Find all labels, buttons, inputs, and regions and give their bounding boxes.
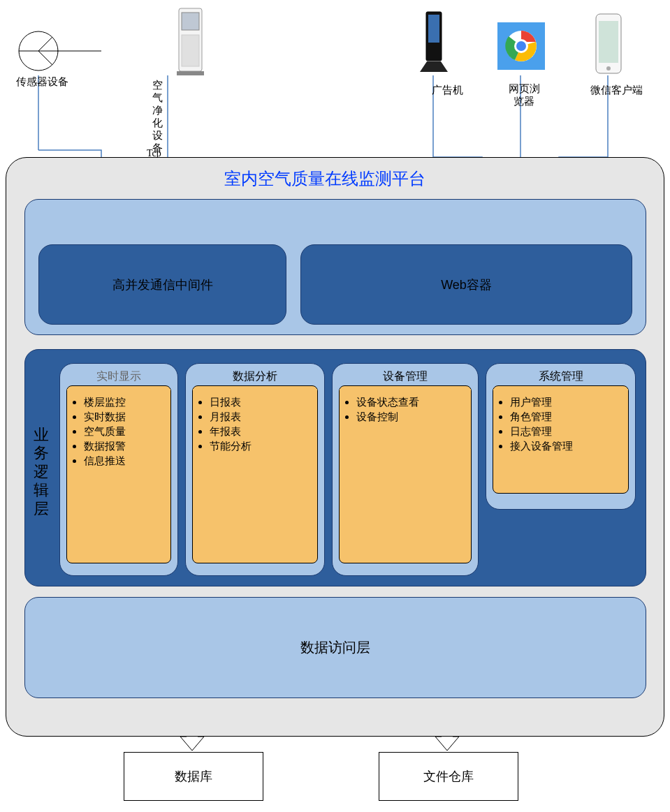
system-card: 用户管理 角色管理 日志管理 接入设备管理 [493,385,629,494]
device-card: 设备状态查看 设备控制 [339,385,472,563]
list-item: 日报表 [210,396,316,409]
data-access-label: 数据访问层 [300,638,370,657]
purifier-icon [175,7,206,77]
svg-point-24 [606,66,611,71]
analysis-title: 数据分析 [185,367,325,384]
list-item: 角色管理 [510,411,627,424]
realtime-list: 楼层监控 实时数据 空气质量 数据报警 信息推送 [84,396,169,468]
ad-machine-icon [414,10,453,77]
list-item: 节能分析 [210,440,316,453]
list-item: 设备状态查看 [356,396,469,409]
browser-label: 网页浏览器 [507,82,541,108]
list-item: 月报表 [210,411,316,424]
sensor-icon [17,30,59,72]
phone-icon [589,13,627,79]
svg-point-21 [516,41,526,51]
device-list: 设备状态查看 设备控制 [356,396,469,424]
web-container-label: Web容器 [441,276,492,293]
svg-rect-15 [177,71,204,75]
filestore-box: 文件仓库 [379,752,518,801]
list-item: 年报表 [210,425,316,438]
purifier-label: 空气净化设备 [150,79,164,154]
comm-middleware-box: 高并发通信中间件 [38,244,286,325]
platform-title: 室内空气质量在线监测平台 [178,168,472,190]
realtime-title: 实时显示 [59,367,178,384]
list-item: 用户管理 [510,396,627,409]
database-label: 数据库 [175,768,212,785]
filestore-label: 文件仓库 [423,768,474,785]
database-box: 数据库 [124,752,263,801]
system-title: 系统管理 [486,367,636,384]
ad-label: 广告机 [419,84,475,97]
browser-icon [497,22,545,70]
svg-line-11 [38,51,52,65]
list-item: 设备控制 [356,411,469,424]
svg-line-10 [38,37,52,51]
comm-middleware-label: 高并发通信中间件 [112,276,213,293]
list-item: 空气质量 [84,425,169,438]
list-item: 接入设备管理 [510,440,627,453]
data-access-box: 数据访问层 [24,597,646,698]
sensor-label: 传感器设备 [7,75,77,89]
list-item: 实时数据 [84,411,169,424]
list-item: 日志管理 [510,425,627,438]
device-title: 设备管理 [332,367,479,384]
wechat-label: 微信客户端 [581,84,651,97]
business-layer-label: 业务逻辑层 [34,426,49,518]
list-item: 楼层监控 [84,396,169,409]
diagram-canvas: 传感器设备 空气净化设备 广告机 网页浏览器 微信客户端 Tcp Tcp Soa… [0,0,670,812]
analysis-list: 日报表 月报表 年报表 节能分析 [210,396,316,453]
svg-rect-14 [182,35,199,66]
svg-rect-17 [428,15,439,43]
svg-rect-23 [599,21,618,63]
list-item: 信息推送 [84,455,169,468]
web-container-box: Web容器 [300,244,632,325]
list-item: 数据报警 [84,440,169,453]
realtime-card: 楼层监控 实时数据 空气质量 数据报警 信息推送 [66,385,171,563]
svg-rect-13 [182,13,199,30]
system-list: 用户管理 角色管理 日志管理 接入设备管理 [510,396,627,453]
analysis-card: 日报表 月报表 年报表 节能分析 [192,385,318,563]
